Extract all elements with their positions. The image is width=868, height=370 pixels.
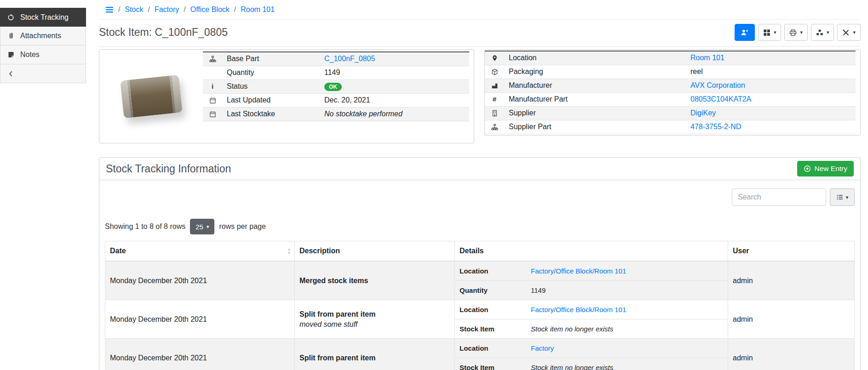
sidebar-item-label: Notes [20, 51, 40, 59]
supplier-link[interactable]: DigiKey [690, 109, 716, 117]
item-details-table: Base Part C_100nF_0805 Quantity 1149 i S… [203, 51, 469, 121]
caret-down-icon: ▾ [846, 195, 849, 200]
sidebar-item-notes[interactable]: Notes [0, 46, 86, 64]
part-thumbnail[interactable] [99, 51, 203, 141]
stock-actions-dropdown-button[interactable]: ▾ [811, 24, 834, 41]
table-row: Last Updated Dec. 20, 2021 [203, 93, 469, 107]
detail-label: Quantity [222, 66, 320, 80]
sidebar-collapse-button[interactable] [0, 64, 86, 83]
table-row: Packaging reel [485, 65, 856, 79]
user-plus-icon [741, 28, 748, 36]
quantity-value: 1149 [320, 66, 469, 80]
description-cell: Merged stock items [295, 261, 455, 300]
page-header: Stock Item: C_100nF_0805 [99, 20, 861, 47]
sidebar-item-label: Stock Tracking [20, 13, 69, 22]
table-row: i Status OK [203, 80, 469, 93]
breadcrumb-link-factory[interactable]: Factory [155, 6, 179, 14]
packaging-value: reel [686, 65, 856, 79]
column-header-date[interactable]: Date ▴▾ [105, 241, 295, 262]
detail-value: Stock item no longer exists [526, 319, 728, 339]
info-icon: i [212, 82, 213, 90]
page-size-dropdown[interactable]: 25 ▾ [190, 219, 214, 234]
user-actions-button[interactable] [735, 24, 755, 41]
detail-label: Supplier [504, 106, 686, 120]
page-title: Stock Item: C_100nF_0805 [99, 26, 228, 39]
menu-icon[interactable] [105, 6, 114, 13]
search-input[interactable] [732, 188, 826, 206]
table-row: Supplier DigiKey [485, 106, 856, 120]
section-title: Stock Tracking Information [106, 163, 231, 175]
user-cell: admin [728, 261, 855, 300]
sidebar-item-stock-tracking[interactable]: Stock Tracking [0, 8, 86, 27]
calendar-icon [207, 97, 218, 104]
detail-label: Supplier Part [504, 120, 686, 134]
barcode-actions-dropdown-button[interactable]: ▾ [758, 24, 782, 41]
main-content: / Stock / Factory / Office Block / Room … [86, 0, 868, 370]
tracking-table: Date ▴▾ Description Details User [105, 241, 855, 370]
table-controls: ▾ [105, 188, 855, 206]
table-row: Monday December 20th 2021 Split from par… [105, 300, 855, 339]
detail-label: Last Stocktake [222, 107, 320, 121]
breadcrumb-link-room-101[interactable]: Room 101 [241, 6, 275, 14]
toolbar: ▾ ▾ [735, 24, 861, 41]
new-entry-button[interactable]: New Entry [797, 161, 854, 176]
detail-value: 1149 [526, 281, 728, 300]
breadcrumb-separator: / [148, 6, 149, 14]
breadcrumb-link-stock[interactable]: Stock [125, 6, 143, 14]
user-cell: admin [728, 339, 855, 370]
location-link[interactable]: Room 101 [690, 54, 724, 62]
columns-dropdown-button[interactable]: ▾ [830, 188, 855, 206]
table-row: Monday December 20th 2021 Merged stock i… [105, 261, 855, 300]
base-part-link[interactable]: C_100nF_0805 [324, 55, 375, 63]
detail-key: Location [455, 300, 526, 319]
sidebar-item-label: Attachments [20, 32, 61, 40]
breadcrumb-separator: / [184, 6, 185, 14]
location-link[interactable]: Factory [531, 344, 554, 352]
app-window: Stock Tracking Attachments Notes [0, 0, 868, 370]
details-cell: Location Factory/Office Block/Room 101 Q… [455, 261, 728, 300]
detail-label: Manufacturer [504, 79, 686, 92]
sitemap-icon [207, 56, 218, 63]
location-link[interactable]: Factory/Office Block/Room 101 [531, 306, 626, 313]
table-row: Supplier Part 478-3755-2-ND [485, 120, 856, 134]
table-row: Monday December 20th 2021 Split from par… [105, 339, 855, 370]
sidebar-item-attachments[interactable]: Attachments [0, 27, 86, 46]
list-icon [836, 194, 844, 201]
location-link[interactable]: Factory/Office Block/Room 101 [531, 267, 626, 275]
table-row: # Manufacturer Part 08053C104KAT2A [485, 92, 856, 106]
print-actions-dropdown-button[interactable]: ▾ [784, 24, 808, 41]
manufacturer-part-link[interactable]: 08053C104KAT2A [690, 95, 751, 103]
date-cell: Monday December 20th 2021 [105, 339, 295, 370]
rows-per-page-text: rows per page [219, 222, 265, 231]
date-cell: Monday December 20th 2021 [105, 300, 295, 339]
grid-icon [763, 29, 770, 36]
showing-rows-text: Showing 1 to 8 of 8 rows [105, 222, 185, 231]
supplier-part-link[interactable]: 478-3755-2-ND [690, 123, 741, 131]
note-icon [7, 51, 15, 58]
caret-down-icon: ▾ [774, 30, 776, 35]
caret-down-icon: ▾ [207, 224, 209, 229]
location-details-panel: Location Room 101 Packaging reel [484, 49, 861, 136]
stock-tracking-panel: Stock Tracking Information New Entry [99, 157, 861, 370]
detail-key: Quantity [455, 281, 526, 300]
breadcrumb-separator: / [118, 6, 120, 14]
description-cell: Split from parent item moved some stuff [295, 300, 455, 339]
status-badge: OK [324, 83, 342, 91]
industry-icon [489, 82, 500, 89]
details-cell: Location Factory Stock Item Stock item n… [455, 339, 728, 370]
plus-circle-icon [804, 165, 811, 172]
detail-panels: Base Part C_100nF_0805 Quantity 1149 i S… [99, 49, 861, 143]
manufacturer-link[interactable]: AVX Corporation [690, 81, 745, 89]
column-header-details: Details [455, 241, 728, 262]
table-row: Location Room 101 [485, 51, 856, 65]
boxes-icon [816, 29, 823, 36]
table-row: Base Part C_100nF_0805 [203, 52, 469, 66]
last-updated-value: Dec. 20, 2021 [320, 93, 469, 107]
breadcrumb-link-office-block[interactable]: Office Block [190, 6, 230, 14]
stock-tracking-header: Stock Tracking Information New Entry [99, 158, 860, 180]
printer-icon [789, 29, 797, 36]
hash-icon: # [493, 95, 496, 103]
sitemap-icon [489, 124, 500, 131]
page-size-value: 25 [195, 223, 203, 231]
edit-actions-dropdown-button[interactable]: ▾ [837, 24, 861, 41]
